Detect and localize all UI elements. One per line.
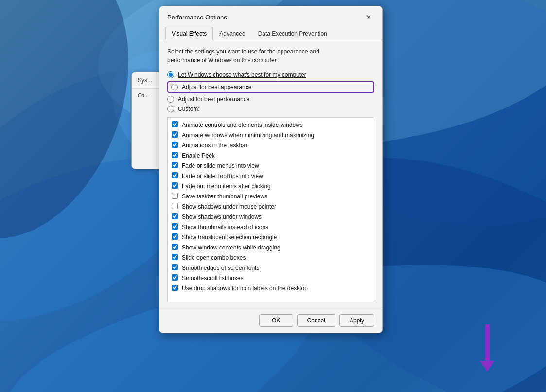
sys-dialog-title: Sys... [138, 77, 152, 84]
checkbox-label-2: Animations in the taskbar [182, 141, 247, 150]
checkbox-input-11[interactable] [172, 233, 178, 240]
checkbox-label-10: Show thumbnails instead of icons [182, 223, 268, 232]
checkbox-item[interactable]: Fade out menu items after clicking [172, 182, 370, 191]
arrow-head [480, 361, 494, 372]
cancel-button[interactable]: Cancel [297, 314, 335, 327]
checkbox-input-7[interactable] [172, 193, 178, 199]
checkbox-input-15[interactable] [172, 274, 178, 281]
checkbox-input-10[interactable] [172, 223, 178, 230]
checkbox-item[interactable]: Enable Peek [172, 151, 370, 160]
checkbox-item[interactable]: Show shadows under mouse pointer [172, 202, 370, 211]
tab-advanced[interactable]: Advanced [213, 27, 251, 40]
checkbox-label-0: Animate controls and elements inside win… [182, 121, 303, 129]
checkbox-item[interactable]: Animate controls and elements inside win… [172, 121, 370, 129]
checkbox-input-1[interactable] [172, 131, 178, 138]
radio-custom-label: Custom: [178, 106, 200, 112]
tab-visual-effects[interactable]: Visual Effects [165, 27, 213, 40]
checkbox-input-14[interactable] [172, 264, 178, 270]
checkbox-input-5[interactable] [172, 172, 178, 178]
checkbox-label-1: Animate windows when minimizing and maxi… [182, 131, 314, 140]
checkbox-label-4: Fade or slide menus into view [182, 161, 259, 170]
checkbox-item[interactable]: Show thumbnails instead of icons [172, 223, 370, 232]
checkbox-item[interactable]: Animate windows when minimizing and maxi… [172, 131, 370, 140]
checkbox-label-16: Use drop shadows for icon labels on the … [182, 284, 308, 293]
checkbox-label-12: Show window contents while dragging [182, 243, 281, 252]
checkbox-label-8: Show shadows under mouse pointer [182, 202, 276, 211]
radio-auto[interactable]: Let Windows choose what's best for my co… [167, 71, 374, 78]
checkbox-label-13: Slide open combo boxes [182, 253, 246, 262]
checkbox-label-3: Enable Peek [182, 151, 215, 160]
checkbox-input-3[interactable] [172, 152, 178, 158]
checkbox-item[interactable]: Use drop shadows for icon labels on the … [172, 284, 370, 293]
performance-options-dialog: Performance Options ✕ Visual Effects Adv… [159, 6, 383, 333]
checkbox-label-11: Show translucent selection rectangle [182, 233, 277, 242]
checkbox-input-0[interactable] [172, 121, 178, 127]
radio-custom-input[interactable] [167, 106, 174, 112]
description-text: Select the settings you want to use for … [167, 47, 374, 65]
dialog-tabs: Visual Effects Advanced Data Execution P… [159, 27, 382, 40]
dialog-title: Performance Options [167, 14, 227, 21]
dialog-titlebar: Performance Options ✕ [159, 6, 382, 27]
checkbox-label-14: Smooth edges of screen fonts [182, 264, 259, 272]
checkbox-input-13[interactable] [172, 254, 178, 260]
checkbox-item[interactable]: Fade or slide menus into view [172, 161, 370, 170]
effects-checkbox-list[interactable]: Animate controls and elements inside win… [167, 117, 374, 302]
radio-auto-label: Let Windows choose what's best for my co… [178, 71, 306, 78]
sys-dialog-text: Co... [138, 92, 149, 98]
checkbox-label-15: Smooth-scroll list boxes [182, 274, 244, 283]
ok-button[interactable]: OK [259, 314, 293, 327]
checkbox-label-7: Save taskbar thumbnail previews [182, 192, 267, 201]
checkbox-item[interactable]: Smooth-scroll list boxes [172, 274, 370, 283]
checkbox-input-16[interactable] [172, 285, 178, 291]
tab-dep[interactable]: Data Execution Prevention [252, 27, 334, 40]
dialog-content-area: Select the settings you want to use for … [159, 40, 382, 310]
radio-performance[interactable]: Adjust for best performance [167, 96, 374, 103]
apply-button[interactable]: Apply [339, 314, 374, 327]
radio-group: Let Windows choose what's best for my co… [167, 71, 374, 112]
close-button[interactable]: ✕ [363, 11, 374, 23]
radio-custom[interactable]: Custom: [167, 106, 374, 112]
checkbox-item[interactable]: Slide open combo boxes [172, 253, 370, 262]
radio-performance-input[interactable] [167, 96, 174, 103]
checkbox-item[interactable]: Show shadows under windows [172, 213, 370, 221]
checkbox-input-8[interactable] [172, 203, 178, 209]
checkbox-item[interactable]: Show translucent selection rectangle [172, 233, 370, 242]
radio-performance-label: Adjust for best performance [178, 96, 249, 103]
checkbox-label-5: Fade or slide ToolTips into view [182, 172, 263, 180]
annotation-arrow [480, 324, 494, 372]
checkbox-label-9: Show shadows under windows [182, 213, 262, 221]
arrow-shaft [485, 324, 490, 361]
checkbox-input-6[interactable] [172, 182, 178, 189]
checkbox-item[interactable]: Fade or slide ToolTips into view [172, 172, 370, 180]
radio-appearance-label: Adjust for best appearance [182, 84, 251, 90]
dialog-buttons: OK Cancel Apply [159, 310, 382, 333]
checkbox-item[interactable]: Show window contents while dragging [172, 243, 370, 252]
checkbox-item[interactable]: Smooth edges of screen fonts [172, 264, 370, 272]
checkbox-input-9[interactable] [172, 213, 178, 219]
radio-appearance-highlighted[interactable]: Adjust for best appearance [167, 81, 374, 93]
checkbox-input-4[interactable] [172, 162, 178, 168]
radio-auto-input[interactable] [167, 71, 174, 78]
checkbox-input-2[interactable] [172, 142, 178, 148]
radio-appearance-input[interactable] [171, 84, 178, 90]
checkbox-label-6: Fade out menu items after clicking [182, 182, 271, 191]
checkbox-item[interactable]: Animations in the taskbar [172, 141, 370, 150]
checkbox-item[interactable]: Save taskbar thumbnail previews [172, 192, 370, 201]
checkbox-input-12[interactable] [172, 244, 178, 250]
